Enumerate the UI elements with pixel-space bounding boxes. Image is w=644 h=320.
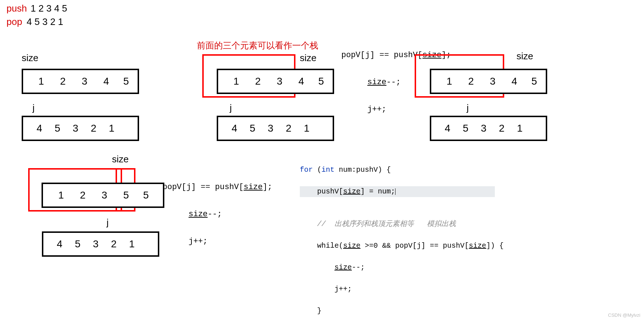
cell: 1: [103, 123, 121, 134]
txt-u: size: [422, 51, 441, 60]
push-array-box: 1 2 3 4 5: [22, 69, 139, 94]
header-block: push 1 2 3 4 5 pop 4 5 3 2 1: [7, 3, 67, 27]
watermark-text: CSDN @Mylvzi: [608, 312, 640, 318]
cell: 3: [94, 189, 115, 201]
cell: 1: [50, 189, 72, 201]
txt-u: size: [343, 242, 360, 250]
annotation-text: 前面的三个元素可以看作一个栈: [197, 40, 318, 51]
j-label: j: [107, 217, 109, 228]
txt: --;: [208, 210, 222, 219]
code-comment: // 出栈序列和栈顶元素相等 模拟出栈: [300, 219, 495, 230]
cell: 3: [262, 123, 280, 134]
pop-row: pop 4 5 3 2 1: [7, 16, 67, 27]
cell: 2: [52, 76, 74, 87]
cell: 4: [290, 76, 312, 87]
txt: ];: [263, 183, 272, 192]
code-line: }: [300, 306, 495, 316]
cell: 5: [48, 123, 66, 134]
pop-sequence: 4 5 3 2 1: [27, 16, 63, 27]
txt: --;: [386, 78, 401, 87]
txt: num:pushV) {: [339, 166, 391, 174]
cell: 2: [280, 123, 298, 134]
cell: 4: [503, 76, 525, 87]
cell: 4: [51, 238, 69, 250]
cell: 1: [225, 76, 247, 87]
size-label: size: [300, 52, 316, 64]
cell: 1: [511, 123, 529, 134]
snippet-line: popV[j] == pushV[size];: [163, 183, 272, 192]
txt-u: size: [367, 78, 386, 87]
txt: ];: [441, 51, 451, 60]
kw: for: [300, 166, 317, 174]
cell: 4: [225, 123, 243, 134]
snippet-line: size--;: [189, 210, 272, 219]
cell: 2: [105, 238, 123, 250]
pop-array-box: 4 5 3 2 1: [22, 116, 139, 141]
txt: popV[j] == pushV[: [341, 51, 422, 60]
code-snippet-bottom: popV[j] == pushV[size]; size--; j++;: [163, 165, 272, 255]
snippet-line: j++;: [189, 237, 272, 246]
txt: pushV[: [300, 187, 343, 196]
cell: 3: [269, 76, 290, 87]
kw: int: [321, 166, 339, 174]
txt: popV[j] == pushV[: [163, 183, 243, 192]
cell: 3: [87, 238, 105, 250]
pop-label: pop: [7, 16, 22, 27]
code-line: j++;: [300, 284, 495, 295]
cell: 2: [72, 189, 94, 201]
text-cursor-icon: [395, 188, 396, 195]
code-line: for (int num:pushV) {: [300, 165, 495, 175]
code-line-highlighted: pushV[size] = num;: [300, 186, 495, 197]
push-sequence: 1 2 3 4 5: [31, 3, 67, 14]
cell: 5: [117, 76, 135, 87]
code-line: while(size >=0 && popV[j] == pushV[size]…: [300, 240, 495, 251]
cell: 1: [298, 123, 316, 134]
cell: 3: [66, 123, 85, 134]
size-label: size: [112, 154, 129, 165]
cell: 5: [69, 238, 87, 250]
txt: while(: [300, 242, 343, 250]
txt: (: [317, 166, 321, 174]
cell: 3: [482, 76, 503, 87]
cell: 4: [30, 123, 48, 134]
pop-array-box: 4 5 3 2 1: [430, 116, 547, 141]
txt: ] = num;: [360, 187, 395, 196]
txt: [300, 263, 334, 272]
cell: 2: [493, 123, 511, 134]
txt-u: size: [469, 242, 486, 250]
push-array-box: 1 2 3 5 5: [42, 183, 164, 208]
cell: 5: [525, 76, 543, 87]
txt-u: size: [343, 187, 360, 196]
pop-array-box: 4 5 3 2 1: [42, 231, 159, 257]
txt-u: size: [189, 210, 208, 219]
j-label: j: [230, 102, 232, 114]
cell: 2: [247, 76, 269, 87]
cell: 2: [460, 76, 482, 87]
j-label: j: [467, 102, 469, 114]
push-row: push 1 2 3 4 5: [7, 3, 67, 14]
push-array-box: 1 2 3 4 5: [430, 69, 547, 94]
code-block: for (int num:pushV) { pushV[size] = num;…: [300, 154, 495, 320]
pop-array-box: 4 5 3 2 1: [217, 116, 334, 141]
push-array-box: 1 2 3 4 5: [217, 69, 334, 94]
cell: 1: [30, 76, 52, 87]
cell: 1: [123, 238, 141, 250]
size-label: size: [22, 52, 38, 64]
j-label: j: [33, 102, 35, 114]
txt-u: size: [243, 183, 263, 192]
cell: 5: [243, 123, 262, 134]
cell: 4: [438, 123, 457, 134]
snippet-line: popV[j] == pushV[size];: [341, 51, 451, 60]
code-line: size--;: [300, 262, 495, 273]
cell: 3: [74, 76, 95, 87]
cell: 3: [475, 123, 493, 134]
cell: 5: [115, 189, 137, 201]
push-label: push: [7, 3, 27, 14]
cell: 5: [457, 123, 475, 134]
txt: >=0 && popV[j] == pushV[: [360, 242, 469, 250]
txt: --;: [352, 263, 365, 272]
cell: 4: [95, 76, 117, 87]
size-label: size: [517, 51, 533, 62]
cell: 1: [438, 76, 460, 87]
cell: 5: [312, 76, 330, 87]
